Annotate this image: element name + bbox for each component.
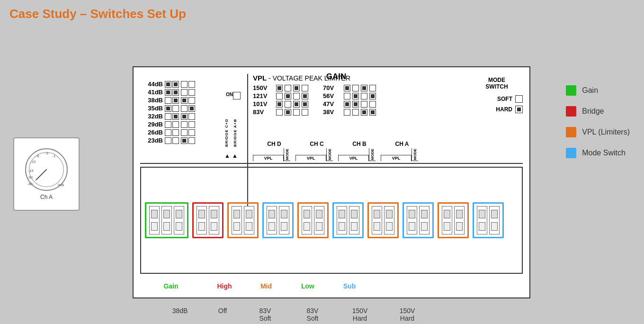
sw-38v-4[interactable] (369, 109, 376, 116)
sw-38v-2[interactable] (352, 109, 359, 116)
vpl-label-83: 83V (253, 108, 274, 116)
sw-29-4[interactable] (188, 121, 195, 128)
sw-83-4[interactable] (302, 109, 308, 116)
sw-83-1[interactable] (276, 109, 283, 116)
sw-121-2[interactable] (285, 93, 291, 99)
mid-mode-sw-2[interactable] (349, 206, 359, 234)
sw-150-4[interactable] (302, 85, 308, 91)
vpl-row-150: 150V (253, 84, 314, 91)
bridge-sw-1[interactable] (197, 206, 207, 234)
sw-47-2[interactable] (352, 101, 359, 108)
low-vpl-sw-1[interactable] (372, 206, 382, 234)
sw-47-3[interactable] (361, 101, 367, 108)
gain-sw-3[interactable] (174, 206, 184, 234)
sw-23-1[interactable] (165, 137, 171, 144)
legend-vpl-color (566, 127, 576, 137)
sw-101-3[interactable] (293, 101, 300, 108)
switch-pair-29b (181, 121, 195, 128)
sw-38-2[interactable] (172, 97, 179, 104)
sw-150-2[interactable] (285, 85, 291, 91)
sw-35-4[interactable] (188, 105, 195, 112)
sw-38-1[interactable] (165, 97, 171, 104)
sw-101-4[interactable] (302, 101, 308, 108)
sw-32-2[interactable] (172, 113, 179, 120)
sub-mode-sw-1[interactable] (477, 206, 487, 234)
on-switch[interactable] (233, 92, 241, 99)
sw-83-2[interactable] (285, 109, 291, 116)
sw-70-1[interactable] (344, 85, 350, 91)
gain-row-32: 32dB (140, 113, 244, 120)
sw-150-1[interactable] (276, 85, 283, 91)
sw-44-3[interactable] (181, 81, 188, 88)
hard-switch[interactable] (515, 106, 523, 113)
sw-41-2[interactable] (172, 89, 179, 96)
legend-mode-switch: Mode Switch (566, 148, 630, 158)
vpl-title: VPL - VOLTAGE PEAK LIMITER (253, 74, 350, 82)
sw-38-3[interactable] (181, 97, 188, 104)
sw-41-3[interactable] (181, 89, 188, 96)
sw-56-3[interactable] (361, 93, 367, 99)
sw-35-2[interactable] (172, 105, 179, 112)
sw-101-1[interactable] (276, 101, 283, 108)
sw-38v-1[interactable] (344, 109, 350, 116)
sw-32-4[interactable] (188, 113, 195, 120)
low-vpl-sw-2[interactable] (384, 206, 394, 234)
sw-32-3[interactable] (181, 113, 188, 120)
sw-23-3[interactable] (181, 137, 188, 144)
sw-44-4[interactable] (188, 81, 195, 88)
sw-83-3[interactable] (293, 109, 300, 116)
sub-vpl-sw-2[interactable] (454, 206, 465, 234)
sw-47-4[interactable] (369, 101, 376, 108)
sw-56-2[interactable] (352, 93, 359, 99)
high-mode-sw-2[interactable] (279, 206, 289, 234)
sub-vpl-sw-1[interactable] (442, 206, 452, 234)
sw-23-4[interactable] (188, 137, 195, 144)
sw-41-1[interactable] (165, 89, 171, 96)
sw-150-3[interactable] (293, 85, 300, 91)
sw-29-2[interactable] (172, 121, 179, 128)
high-vpl-sw-2[interactable] (244, 206, 254, 234)
knob-dial[interactable]: -10 -6 -3 -1 -15 -30 -80 0dB (25, 148, 68, 191)
sw-121-3[interactable] (293, 93, 300, 99)
soft-switch[interactable] (515, 95, 523, 103)
sw-121-4[interactable] (302, 93, 308, 99)
vpl-row-121: 121V (253, 92, 314, 99)
sw-44-2[interactable] (172, 81, 179, 88)
gain-row-23: 23dB (140, 137, 244, 144)
sw-26-3[interactable] (181, 129, 188, 136)
sw-26-2[interactable] (172, 129, 179, 136)
sw-70-2[interactable] (352, 85, 359, 91)
sw-38-4[interactable] (188, 97, 195, 104)
sw-44-1[interactable] (165, 81, 171, 88)
sw-23-2[interactable] (172, 137, 179, 144)
sw-26-1[interactable] (165, 129, 171, 136)
sw-26-4[interactable] (188, 129, 195, 136)
sub-mode-sw-2[interactable] (489, 206, 500, 234)
gain-sw-1[interactable] (149, 206, 160, 234)
sw-47-1[interactable] (344, 101, 350, 108)
sw-32-1[interactable] (165, 113, 171, 120)
high-mode-sw-1[interactable] (267, 206, 277, 234)
sw-35-3[interactable] (181, 105, 188, 112)
switch-pair-38 (165, 97, 179, 104)
high-vpl-sw-1[interactable] (232, 206, 242, 234)
sw-41-4[interactable] (188, 89, 195, 96)
sw-70-4[interactable] (369, 85, 376, 91)
mid-mode-sw-1[interactable] (337, 206, 347, 234)
sw-121-1[interactable] (276, 93, 283, 99)
low-mode-sw-1[interactable] (407, 206, 417, 234)
sw-101-2[interactable] (285, 101, 291, 108)
gain-sw-2[interactable] (161, 206, 172, 234)
mid-vpl-sw-2[interactable] (314, 206, 324, 234)
sw-29-1[interactable] (165, 121, 171, 128)
sw-38v-3[interactable] (361, 109, 367, 116)
low-mode-sw-2[interactable] (419, 206, 429, 234)
sw-35-1[interactable] (165, 105, 171, 112)
mid-vpl-sw-1[interactable] (302, 206, 312, 234)
legend-mode-label: Mode Switch (582, 149, 626, 157)
sw-56-1[interactable] (344, 93, 350, 99)
sw-29-3[interactable] (181, 121, 188, 128)
sw-70-3[interactable] (361, 85, 367, 91)
sw-56-4[interactable] (369, 93, 376, 99)
bridge-sw-2[interactable] (209, 206, 219, 234)
